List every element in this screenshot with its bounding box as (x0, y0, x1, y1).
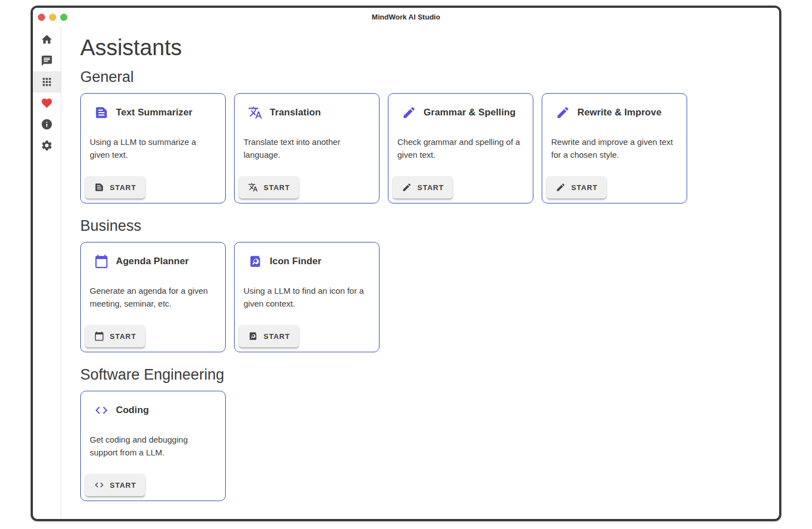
icon-search-icon (248, 331, 258, 341)
pencil-icon (402, 105, 416, 120)
pencil-icon (556, 105, 570, 120)
calendar-icon (94, 331, 104, 341)
code-icon (94, 480, 104, 490)
assistant-card-rewrite-improve: Rewrite & Improve Rewrite and improve a … (542, 93, 687, 203)
pencil-icon (402, 182, 412, 192)
assistant-card-text-summarizer: Text Summarizer Using a LLM to summarize… (80, 93, 226, 203)
start-button-translation[interactable]: START (239, 176, 299, 198)
window-title: MindWork AI Studio (372, 13, 440, 21)
card-description: Translate text into another language. (235, 120, 379, 161)
card-title: Translation (270, 107, 321, 118)
sidebar-item-home[interactable] (33, 29, 61, 50)
translate-icon (248, 105, 262, 120)
sidebar-item-chat[interactable] (33, 50, 61, 71)
zoom-window-button[interactable] (60, 13, 67, 21)
start-button-label: START (110, 481, 136, 489)
card-title: Agenda Planner (116, 256, 189, 267)
titlebar: MindWork AI Studio (33, 8, 779, 26)
assistant-card-coding: Coding Get coding and debugging support … (80, 391, 226, 501)
start-button-icon-finder[interactable]: START (239, 325, 299, 347)
card-description: Get coding and debugging support from a … (81, 418, 225, 459)
card-title: Grammar & Spelling (424, 107, 516, 118)
card-title: Coding (116, 405, 149, 416)
card-description: Rewrite and improve a given text for a c… (542, 120, 687, 161)
gear-icon (41, 139, 53, 152)
start-button-grammar-spelling[interactable]: START (393, 176, 453, 198)
start-button-label: START (417, 183, 444, 192)
assistant-card-grammar-spelling: Grammar & Spelling Check grammar and spe… (388, 93, 533, 203)
page-title: Assistants (80, 35, 766, 60)
card-title: Text Summarizer (116, 107, 192, 118)
pencil-icon (556, 182, 566, 192)
start-button-label: START (264, 183, 290, 192)
text-snippet-icon (94, 182, 104, 192)
card-title: Icon Finder (270, 256, 322, 267)
text-snippet-icon (94, 105, 109, 120)
assistant-card-translation: Translation Translate text into another … (234, 93, 380, 203)
card-row-software-engineering: Coding Get coding and debugging support … (80, 391, 766, 501)
start-button-agenda-planner[interactable]: START (85, 325, 145, 347)
traffic-lights (38, 13, 67, 21)
main-content: Assistants General Text Summarizer Using… (61, 26, 779, 519)
translate-icon (248, 182, 258, 192)
sidebar-item-settings[interactable] (33, 135, 61, 156)
chat-icon (41, 55, 53, 67)
card-description: Using a LLM to find an icon for a given … (235, 269, 379, 310)
sidebar (33, 26, 61, 519)
section-title-general: General (80, 69, 766, 86)
card-title: Rewrite & Improve (577, 107, 662, 118)
card-description: Using a LLM to summarize a given text. (81, 120, 225, 161)
minimize-window-button[interactable] (49, 13, 56, 21)
close-window-button[interactable] (38, 13, 45, 21)
calendar-icon (94, 254, 109, 269)
icon-search-icon (248, 254, 262, 269)
assistant-card-agenda-planner: Agenda Planner Generate an agenda for a … (80, 242, 226, 352)
card-row-general: Text Summarizer Using a LLM to summarize… (80, 93, 766, 203)
start-button-label: START (264, 332, 290, 341)
home-icon (41, 33, 53, 46)
start-button-label: START (110, 332, 136, 341)
start-button-text-summarizer[interactable]: START (85, 176, 145, 198)
start-button-coding[interactable]: START (85, 474, 145, 496)
start-button-label: START (110, 183, 136, 192)
assistant-card-icon-finder: Icon Finder Using a LLM to find an icon … (234, 242, 380, 352)
app-window: MindWork AI Studio Assistants (31, 6, 781, 521)
heart-icon (41, 97, 53, 109)
sidebar-item-favorites[interactable] (33, 93, 61, 114)
start-button-rewrite-improve[interactable]: START (547, 176, 606, 198)
sidebar-item-assistants[interactable] (33, 71, 61, 93)
sidebar-item-about[interactable] (33, 114, 61, 135)
section-title-business: Business (80, 217, 766, 235)
section-title-software-engineering: Software Engineering (80, 366, 766, 384)
start-button-label: START (571, 183, 597, 192)
card-row-business: Agenda Planner Generate an agenda for a … (80, 242, 766, 352)
card-description: Check grammar and spelling of a given te… (388, 120, 533, 161)
card-description: Generate an agenda for a given meeting, … (81, 269, 225, 310)
code-icon (94, 403, 109, 418)
apps-grid-icon (41, 76, 53, 88)
info-icon (41, 118, 53, 130)
